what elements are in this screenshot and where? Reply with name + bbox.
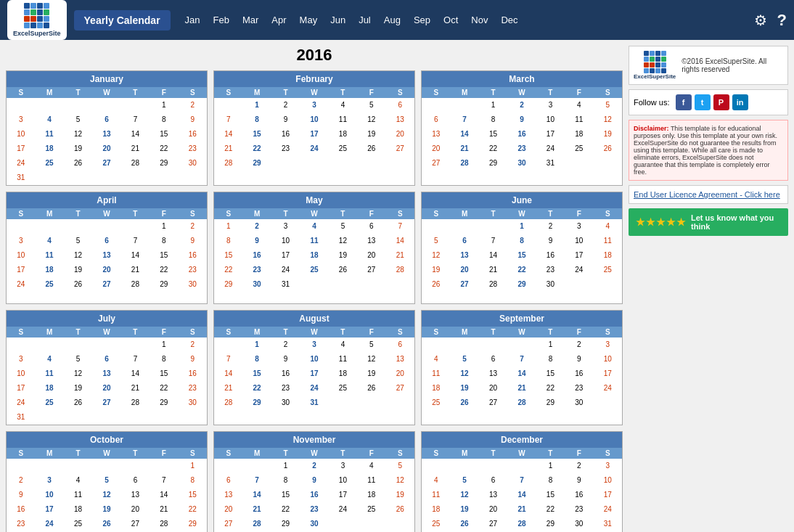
nav-dec[interactable]: Dec: [501, 15, 517, 25]
day-header: S: [594, 448, 622, 459]
day-header: S: [422, 208, 450, 219]
cal-cell: [329, 171, 357, 182]
cal-cell: 29: [479, 156, 507, 171]
cal-cell: [242, 171, 271, 182]
cal-body: 1234567891011121314151617181920212223242…: [422, 219, 622, 303]
cal-cell: [179, 171, 207, 185]
day-header: F: [150, 448, 178, 459]
nav-nov[interactable]: Nov: [471, 15, 488, 25]
day-header: T: [536, 448, 565, 459]
cal-cell: [422, 219, 450, 234]
cal-cell: 25: [422, 396, 450, 410]
settings-icon[interactable]: ⚙: [754, 12, 767, 29]
cal-cell: 24: [329, 502, 357, 517]
cal-cell: 13: [479, 367, 507, 381]
pinterest-icon[interactable]: P: [713, 94, 729, 110]
cal-cell: 18: [35, 263, 63, 277]
cal-cell: [121, 410, 150, 425]
day-headers: SMTWTFS: [422, 327, 622, 337]
nav-apr[interactable]: Apr: [271, 15, 286, 25]
day-header: F: [565, 208, 593, 219]
day-header: S: [179, 208, 207, 219]
nav-aug[interactable]: Aug: [384, 15, 401, 25]
cal-cell: 2: [271, 337, 300, 352]
rating-box[interactable]: ★★★★★ Let us know what you think: [629, 208, 788, 236]
nav-jul[interactable]: Jul: [359, 15, 371, 25]
nav-jun[interactable]: Jun: [330, 15, 345, 25]
cal-cell: [214, 337, 242, 352]
disclaimer-box: Disclaimer: This template is for educati…: [629, 120, 788, 181]
cal-cell: 12: [357, 112, 385, 127]
nav-mar[interactable]: Mar: [242, 15, 258, 25]
month-calendar-february: FebruarySMTWTFS1234567891011121314151617…: [213, 70, 415, 186]
nav-oct[interactable]: Oct: [443, 15, 458, 25]
cal-cell: 3: [7, 112, 35, 127]
facebook-icon[interactable]: f: [676, 94, 692, 110]
month-calendar-january: JanuarySMTWTFS12345678910111213141516171…: [6, 70, 208, 186]
cal-cell: 7: [507, 473, 536, 488]
follow-box: Follow us: f t P in: [629, 89, 788, 115]
cal-cell: 1: [150, 98, 178, 112]
cal-cell: 12: [64, 367, 92, 381]
cal-cell: 2: [565, 459, 593, 473]
month-calendar-june: JuneSMTWTFS12345678910111213141516171819…: [421, 192, 623, 304]
cal-cell: 14: [214, 127, 242, 142]
cal-cell: 22: [507, 263, 536, 277]
cal-cell: 4: [594, 219, 622, 234]
cal-cell: 13: [121, 488, 150, 502]
cal-cell: [214, 410, 242, 422]
cal-cell: 19: [450, 502, 478, 517]
cal-cell: [479, 292, 507, 303]
cal-cell: [357, 171, 385, 182]
licence-box[interactable]: End User Licence Agreement - Click here: [629, 185, 788, 204]
cal-cell: [329, 517, 357, 531]
cal-cell: 29: [536, 517, 565, 531]
cal-cell: 27: [214, 517, 242, 531]
help-icon[interactable]: ?: [777, 11, 787, 30]
cal-cell: 27: [479, 396, 507, 410]
nav-jan[interactable]: Jan: [185, 15, 200, 25]
cal-cell: 7: [214, 112, 242, 127]
cal-cell: 18: [422, 502, 450, 517]
cal-cell: 8: [150, 234, 178, 248]
cal-cell: 26: [64, 156, 92, 171]
logo[interactable]: ExcelSuperSite: [7, 0, 67, 40]
cal-cell: 14: [507, 488, 536, 502]
cal-cell: 30: [536, 277, 565, 292]
cal-cell: [150, 292, 178, 303]
cal-cell: 19: [386, 488, 414, 502]
nav-sep[interactable]: Sep: [414, 15, 430, 25]
cal-cell: 16: [242, 248, 271, 263]
cal-cell: 13: [386, 112, 414, 127]
nav-feb[interactable]: Feb: [213, 15, 229, 25]
day-header: S: [594, 208, 622, 219]
cal-cell: 23: [271, 381, 300, 396]
cal-cell: [64, 292, 92, 303]
linkedin-icon[interactable]: in: [732, 94, 748, 110]
cal-cell: 29: [150, 277, 178, 292]
cal-cell: 30: [507, 156, 536, 171]
cal-cell: 28: [121, 396, 150, 410]
nav-may[interactable]: May: [300, 15, 318, 25]
cal-cell: 22: [271, 502, 300, 517]
day-header: T: [329, 448, 357, 459]
day-header: M: [35, 87, 63, 98]
cal-cell: 8: [242, 352, 271, 367]
cal-cell: 6: [214, 473, 242, 488]
cal-cell: 17: [300, 127, 328, 142]
cal-cell: 18: [422, 381, 450, 396]
cal-cell: 24: [536, 142, 565, 156]
twitter-icon[interactable]: t: [695, 94, 711, 110]
cal-cell: 13: [214, 488, 242, 502]
cal-cell: 14: [479, 248, 507, 263]
cal-cell: 11: [329, 352, 357, 367]
cal-cell: 26: [450, 396, 478, 410]
day-header: T: [329, 208, 357, 219]
cal-cell: 26: [92, 517, 120, 531]
cal-cell: 6: [479, 473, 507, 488]
cal-body: 1234567891011121314151617181920212223242…: [7, 98, 207, 185]
cal-cell: 14: [121, 248, 150, 263]
cal-cell: [7, 337, 35, 352]
cal-cell: 9: [536, 234, 565, 248]
cal-cell: 11: [35, 248, 63, 263]
